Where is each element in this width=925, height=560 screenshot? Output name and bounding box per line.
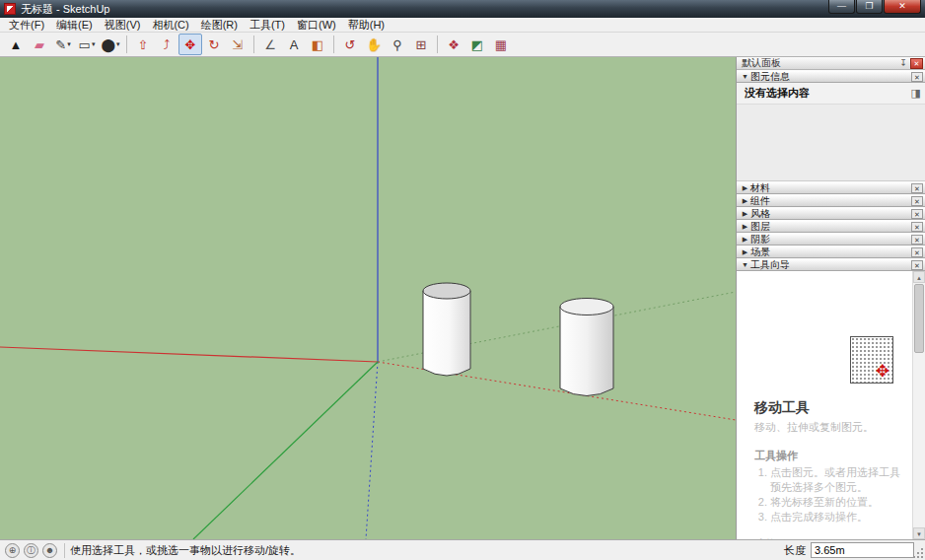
menu-help[interactable]: 帮助(H) [342,18,391,32]
rotate-icon: ↻ [209,38,220,51]
panel-section-materials[interactable]: ▶材料✕ [737,181,925,194]
blue-axis-negative[interactable] [366,362,378,539]
section-close-button[interactable]: ✕ [911,209,923,219]
credits-icon[interactable]: ⓘ [24,543,38,558]
orbit-icon: ↺ [345,38,356,51]
orbit-tool-button[interactable]: ↺ [338,34,362,55]
move-tool-button[interactable]: ✥ [178,34,202,55]
geolocation-icon[interactable]: ⊕ [5,543,20,558]
chevron-right-icon[interactable]: ▶ [740,210,750,218]
section-close-button[interactable]: ✕ [911,260,923,270]
minimize-button[interactable]: — [828,0,855,14]
pan-tool-button[interactable]: ✋ [362,34,386,55]
menu-edit[interactable]: 编辑(E) [50,18,99,32]
text-tool-button[interactable]: A [282,34,306,55]
details-toggle-icon[interactable]: ◨ [911,87,921,100]
menu-tools[interactable]: 工具(T) [244,18,291,32]
chevron-down-icon[interactable]: ▼ [740,73,750,80]
menu-view[interactable]: 视图(V) [99,18,147,32]
chevron-right-icon[interactable]: ▶ [740,248,750,256]
status-message: 使用选择工具，或挑选一事物以进行移动/旋转。 [70,543,301,558]
menu-file[interactable]: 文件(F) [3,18,50,32]
resize-grip[interactable] [912,547,924,559]
eraser-tool-button[interactable]: ▰ [28,34,51,55]
panel-section-layers[interactable]: ▶图层✕ [737,220,925,233]
scroll-up-icon[interactable]: ▲ [913,271,925,283]
section-close-button[interactable]: ✕ [911,196,923,206]
section-close-button[interactable]: ✕ [911,183,923,193]
select-icon: ▲ [10,38,23,51]
cylinder-2[interactable] [560,299,613,396]
chevron-right-icon[interactable]: ▶ [740,223,750,231]
section-label: 阴影 [750,233,770,246]
viewport[interactable] [0,57,736,539]
chevron-right-icon[interactable]: ▶ [740,236,750,244]
get-models-tool-button[interactable]: ❖ [442,34,465,55]
instructor-step: 将光标移至新的位置。 [770,495,903,510]
maximize-button[interactable]: ❐ [856,0,883,14]
dropdown-arrow-icon[interactable]: ▾ [116,40,120,48]
shapes-tool-button[interactable]: ▭▾ [75,34,99,55]
pushpull-tool-button[interactable]: ⇧ [131,34,155,55]
tray-titlebar[interactable]: 默认面板 ↧ ✕ [737,57,925,70]
chevron-right-icon[interactable]: ▶ [740,184,750,192]
dropdown-arrow-icon[interactable]: ▾ [67,40,71,48]
menu-camera[interactable]: 相机(C) [146,18,194,32]
sketchup-logo-icon [4,3,16,15]
zoom-tool-button[interactable]: ⚲ [386,34,409,55]
tape-measure-icon: ∠ [264,38,276,51]
pin-icon[interactable]: ↧ [897,58,909,68]
green-axis[interactable] [193,362,378,539]
toolbar-separator [437,35,438,53]
line-tool-button[interactable]: ✎▾ [51,34,75,55]
cylinder-1[interactable] [423,283,470,376]
chevron-right-icon[interactable]: ▶ [740,197,750,205]
section-close-button[interactable]: ✕ [911,72,923,82]
followme-tool-button[interactable]: ⤴ [155,34,178,55]
zoom-extents-tool-button[interactable]: ⊞ [409,34,433,55]
tape-measure-tool-button[interactable]: ∠ [258,34,282,55]
get-models-icon: ❖ [448,38,460,51]
panel-section-styles[interactable]: ▶风格✕ [737,207,925,220]
menu-draw[interactable]: 绘图(R) [195,18,244,32]
section-label: 材料 [750,181,770,195]
measurement-input[interactable] [811,542,914,558]
section-close-button[interactable]: ✕ [911,222,923,232]
dropdown-arrow-icon[interactable]: ▾ [92,40,96,48]
sign-in-icon[interactable]: ☻ [42,543,57,558]
panel-section-components[interactable]: ▶组件✕ [737,194,925,207]
zoom-extents-icon: ⊞ [416,38,427,51]
paint-bucket-tool-button[interactable]: ◧ [306,34,329,55]
section-label: 场景 [750,245,770,259]
select-tool-button[interactable]: ▲ [4,34,28,55]
toolbar-separator [253,35,254,53]
panel-section-shadows[interactable]: ▶阴影✕ [737,233,925,245]
rotate-tool-button[interactable]: ↻ [202,34,226,55]
tray-close-button[interactable]: ✕ [910,58,923,69]
toolbar-separator [126,35,127,53]
close-button[interactable]: ✕ [884,0,921,14]
section-close-button[interactable]: ✕ [911,247,923,257]
scale-tool-button[interactable]: ⇲ [226,34,249,55]
panel-section-entity-info[interactable]: ▼ 图元信息 ✕ [737,70,925,83]
entity-info-empty-text: 没有选择内容 [745,86,810,101]
chevron-down-icon[interactable]: ▼ [740,261,750,268]
extension-warehouse-tool-button[interactable]: ▦ [489,34,513,55]
extension-warehouse-icon: ▦ [495,38,507,51]
section-close-button[interactable]: ✕ [911,235,923,245]
panel-section-scenes[interactable]: ▶场景✕ [737,245,925,258]
scroll-down-icon[interactable]: ▼ [913,527,925,539]
section-label: 组件 [750,194,770,208]
model-canvas[interactable] [0,57,736,539]
panel-section-instructor[interactable]: ▼ 工具向导 ✕ [737,258,925,271]
share-model-tool-button[interactable]: ◩ [465,34,489,55]
scrollbar-thumb[interactable] [914,284,924,353]
statusbar: ⊕ⓘ☻ 使用选择工具，或挑选一事物以进行移动/旋转。 长度 [0,539,925,560]
instructor-scrollbar[interactable]: ▲ ▼ [912,271,925,539]
entity-info-content: 没有选择内容 ◨ [737,83,925,181]
menu-window[interactable]: 窗口(W) [291,18,342,32]
circle-tool-button[interactable]: ⬤▾ [99,34,122,55]
red-axis[interactable] [0,347,378,362]
pan-icon: ✋ [366,38,382,51]
shapes-icon: ▭ [79,38,91,51]
